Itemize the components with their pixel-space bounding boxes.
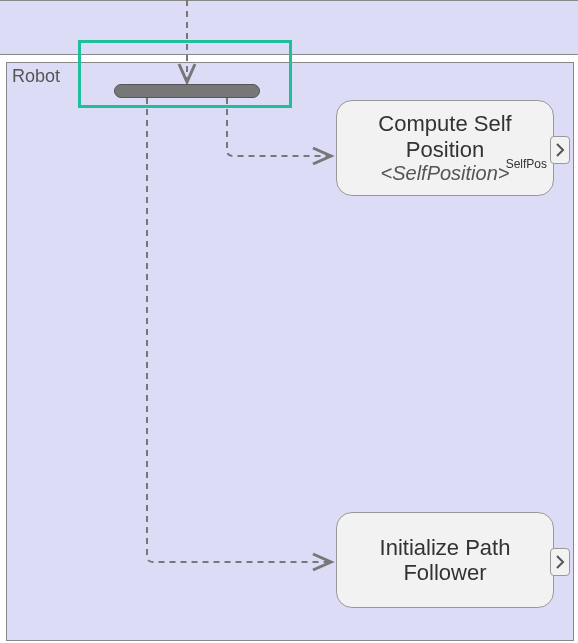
diagram-canvas[interactable]: Robot Compute Self Position <SelfPositio… <box>0 0 578 643</box>
chevron-right-icon <box>555 143 565 157</box>
node-title-line1: Compute Self <box>378 111 511 136</box>
node-title-line1: Initialize Path <box>380 535 511 560</box>
output-port-compute[interactable] <box>550 136 570 164</box>
node-title: Initialize Path Follower <box>380 535 511 586</box>
node-title: Compute Self Position <box>378 111 511 162</box>
node-title-line2: Position <box>406 137 484 162</box>
port-label-selfpos: SelfPos <box>506 157 547 171</box>
node-stereotype: <SelfPosition> <box>381 162 510 185</box>
node-title-line2: Follower <box>403 560 486 585</box>
chevron-right-icon <box>555 555 565 569</box>
selection-highlight <box>78 40 292 108</box>
node-initialize-path-follower[interactable]: Initialize Path Follower <box>336 512 554 608</box>
robot-label: Robot <box>12 66 60 87</box>
output-port-init[interactable] <box>550 548 570 576</box>
node-compute-self-position[interactable]: Compute Self Position <SelfPosition> Sel… <box>336 100 554 196</box>
